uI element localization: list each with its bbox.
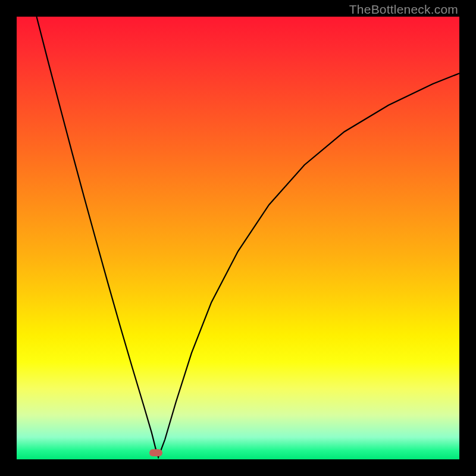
watermark-text: TheBottleneck.com xyxy=(349,2,458,17)
chart-frame: TheBottleneck.com xyxy=(0,0,476,476)
optimum-marker xyxy=(149,449,162,456)
plot-area xyxy=(17,17,459,459)
curve-layer xyxy=(17,17,459,459)
bottleneck-curve xyxy=(36,17,459,457)
